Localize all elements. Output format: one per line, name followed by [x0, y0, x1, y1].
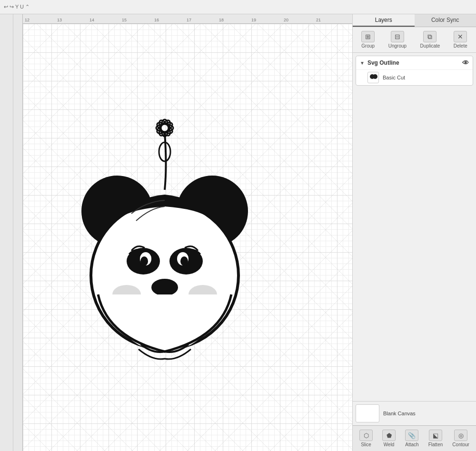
ruler-mark: 18	[219, 18, 224, 22]
weld-icon: ⬟	[382, 430, 396, 441]
delete-button[interactable]: ✕ Delete	[451, 30, 470, 49]
ungroup-icon: ⊟	[391, 31, 404, 42]
contour-button[interactable]: ◎ Contour	[450, 429, 471, 448]
grid-canvas	[23, 24, 352, 451]
attach-button[interactable]: 📎 Attach	[403, 429, 420, 448]
ruler-mark: 19	[251, 18, 256, 22]
ungroup-button[interactable]: ⊟ Ungroup	[386, 30, 409, 49]
minnie-illustration	[50, 71, 279, 404]
ruler-top: 12131415161718192021	[23, 14, 352, 24]
slice-button[interactable]: ⬡ Slice	[357, 429, 375, 448]
ruler-mark: 14	[89, 18, 94, 22]
ruler-mark: 15	[122, 18, 127, 22]
delete-icon: ✕	[454, 31, 467, 42]
top-toolbar: ↩ ↪ Y U ⌃	[0, 0, 476, 14]
canvas-label: Blank Canvas	[383, 411, 416, 416]
ruler-mark: 12	[25, 18, 30, 22]
tabs-row: Layers Color Sync	[353, 14, 476, 27]
ruler-mark: 20	[284, 18, 288, 22]
flatten-icon: ⬕	[429, 430, 442, 441]
svg-point-17	[180, 256, 188, 266]
flatten-button[interactable]: ⬕ Flatten	[426, 429, 445, 448]
ruler-mark: 13	[57, 18, 62, 22]
layer-group-svg-outline: ▼ Svg Outline 👁 Basic Cut	[356, 56, 473, 86]
layer-item-name: Basic Cut	[383, 75, 405, 80]
canvas-area: 12131415161718192021	[13, 14, 352, 451]
bottom-canvas-panel: Blank Canvas	[353, 401, 476, 425]
weld-button[interactable]: ⬟ Weld	[380, 429, 397, 448]
slice-icon: ⬡	[359, 430, 373, 441]
contour-icon: ◎	[454, 430, 467, 441]
svg-point-18	[151, 279, 178, 296]
toolbar-icons: ↩ ↪ Y U ⌃	[4, 4, 30, 10]
layer-group-name: Svg Outline	[367, 59, 399, 66]
layer-group-header[interactable]: ▼ Svg Outline 👁	[356, 56, 473, 69]
panel-toolbar: ⊞ Group ⊟ Ungroup ⧉ Duplicate ✕ Delete	[353, 27, 476, 53]
tab-layers[interactable]: Layers	[353, 14, 415, 27]
duplicate-button[interactable]: ⧉ Duplicate	[417, 30, 443, 49]
chevron-down-icon: ▼	[360, 60, 365, 66]
group-icon: ⊞	[361, 31, 375, 42]
canvas-thumbnail	[356, 404, 379, 422]
svg-point-22	[373, 74, 377, 79]
attach-icon: 📎	[405, 430, 418, 441]
ruler-mark: 17	[187, 18, 191, 22]
bottom-toolbar: ⬡ Slice ⬟ Weld 📎 Attach ⬕ Flatten ◎ C	[353, 425, 476, 451]
layer-item-basic-cut[interactable]: Basic Cut	[356, 69, 473, 85]
ruler-mark: 21	[316, 18, 321, 22]
layer-thumbnail	[367, 72, 379, 83]
group-button[interactable]: ⊞ Group	[358, 30, 377, 49]
ruler-left	[13, 14, 23, 451]
ruler-mark: 16	[154, 18, 159, 22]
right-panel: Layers Color Sync ⊞ Group ⊟ Ungroup ⧉ Du…	[352, 14, 476, 451]
layers-content: ▼ Svg Outline 👁 Basic Cut	[353, 53, 476, 401]
left-toolbar	[0, 14, 13, 451]
duplicate-icon: ⧉	[423, 31, 436, 42]
svg-point-14	[140, 256, 148, 266]
eye-icon[interactable]: 👁	[462, 59, 469, 67]
tab-color-sync[interactable]: Color Sync	[415, 14, 476, 27]
